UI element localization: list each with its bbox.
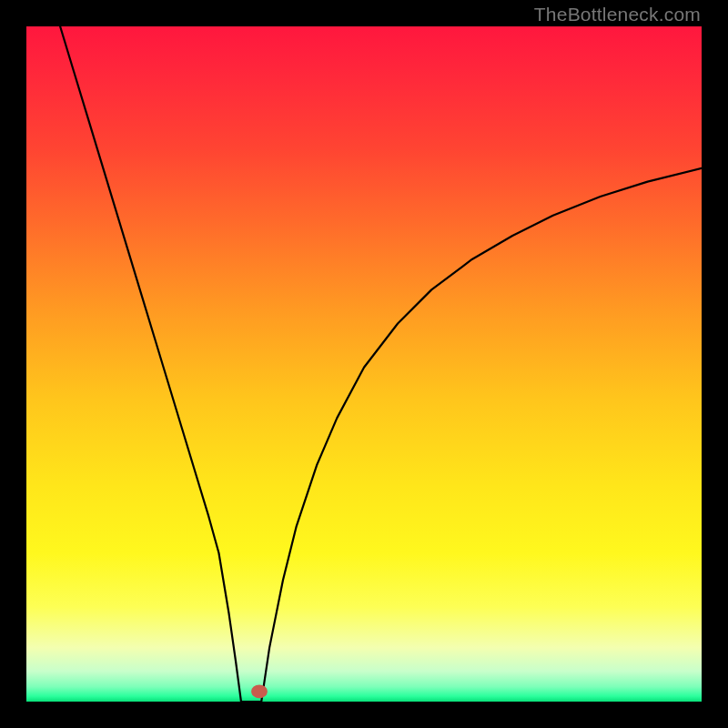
chart-svg bbox=[26, 26, 702, 702]
chart-frame bbox=[26, 26, 702, 702]
gradient-background bbox=[26, 26, 702, 702]
valley-marker bbox=[251, 684, 268, 698]
watermark-text: TheBottleneck.com bbox=[534, 4, 701, 25]
